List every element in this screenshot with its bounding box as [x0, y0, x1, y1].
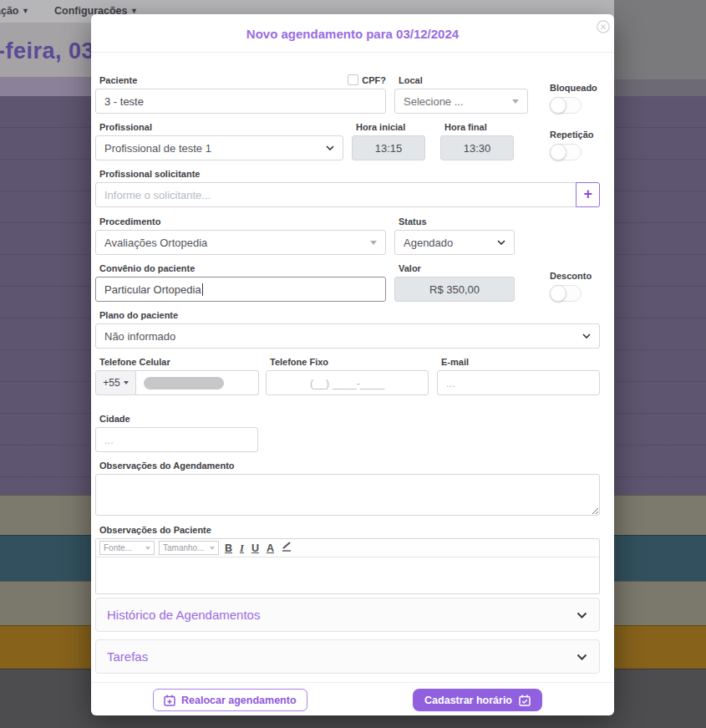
bloqueado-toggle[interactable] [550, 97, 582, 114]
backdrop-right-header [614, 0, 706, 79]
paciente-label: Paciente [95, 75, 137, 85]
profissional-select[interactable]: Profissional de teste 1 [95, 135, 343, 160]
hora-final-input: 13:30 [440, 135, 514, 160]
plano-label: Plano do paciente [95, 310, 600, 320]
status-select[interactable]: Agendado [394, 230, 515, 255]
new-appointment-modal: Novo agendamento para 03/12/2024 Pacient… [91, 14, 614, 715]
font-size-select[interactable]: Tamanho... [159, 541, 219, 555]
cadastrar-horario-button[interactable]: Cadastrar horário [413, 689, 542, 711]
italic-button[interactable]: I [238, 541, 246, 556]
obs-paciente-label: Observações do Paciente [95, 525, 600, 535]
bloqueado-label: Bloqueado [545, 83, 597, 93]
text-caret [202, 283, 203, 296]
email-input[interactable] [437, 370, 600, 395]
hora-inicial-label: Hora inicial [352, 122, 425, 132]
caret-down-icon: ▼ [22, 7, 29, 15]
modal-footer: Realocar agendamento Cadastrar horário [91, 682, 614, 711]
modal-title: Novo agendamento para 03/12/2024 [246, 25, 459, 41]
procedimento-select[interactable]: Avaliações Ortopedia [95, 230, 386, 255]
cidade-label: Cidade [95, 414, 258, 424]
select-caret-icon [512, 99, 519, 104]
chevron-down-icon [576, 654, 587, 660]
desconto-toggle[interactable] [550, 285, 582, 302]
obs-paciente-editarea[interactable] [96, 557, 599, 593]
modal-header: Novo agendamento para 03/12/2024 [91, 14, 614, 53]
realocar-agendamento-button[interactable]: Realocar agendamento [153, 689, 307, 711]
cpf-checkbox[interactable] [348, 74, 358, 85]
telefone-fixo-label: Telefone Fixo [266, 357, 429, 367]
tarefas-panel[interactable]: Tarefas [95, 639, 600, 674]
calendar-check-icon [519, 695, 531, 706]
toggle-knob [550, 97, 566, 114]
chevron-down-icon [576, 612, 587, 619]
historico-agendamentos-panel[interactable]: Histórico de Agendamentos [95, 598, 600, 632]
valor-input: R$ 350,00 [394, 277, 515, 302]
status-label: Status [394, 216, 515, 227]
convenio-input[interactable]: Particular Ortopedia [95, 277, 386, 302]
telefone-fixo-input[interactable] [266, 370, 429, 395]
backdrop-right-subheader [614, 79, 706, 96]
solicitante-label: Profissional solicitante [95, 169, 600, 179]
profissional-label: Profissional [95, 122, 343, 132]
menu-item-acao[interactable]: ação ▼ [0, 5, 29, 17]
caret-down-icon [210, 547, 215, 550]
desconto-label: Desconto [545, 271, 592, 281]
repeticao-toggle[interactable] [550, 144, 582, 160]
highlight-pen-icon[interactable] [280, 541, 293, 556]
redacted-phone-value [144, 377, 224, 389]
toggle-knob [550, 285, 566, 302]
modal-body: Paciente CPF? Local Selecione ... Bloque… [91, 53, 614, 674]
chevron-down-icon [497, 240, 505, 245]
country-code-select[interactable]: +55 [95, 370, 136, 395]
hora-final-label: Hora final [440, 122, 514, 132]
underline-button[interactable]: U [250, 541, 261, 556]
caret-down-icon [145, 547, 150, 550]
local-label: Local [394, 75, 528, 85]
local-select[interactable]: Selecione ... [394, 89, 528, 114]
cpf-label: CPF? [362, 75, 386, 85]
obs-agendamento-textarea[interactable] [95, 474, 600, 516]
hora-inicial-input: 13:15 [352, 135, 425, 160]
toggle-knob [550, 144, 566, 160]
rich-text-editor: Fonte... Tamanho... B I U A [95, 538, 600, 594]
paciente-input[interactable] [95, 89, 386, 114]
procedimento-label: Procedimento [95, 216, 386, 227]
chevron-down-icon [326, 145, 334, 150]
bold-button[interactable]: B [223, 541, 234, 556]
editor-toolbar: Fonte... Tamanho... B I U A [96, 539, 599, 557]
close-icon[interactable] [596, 19, 611, 34]
repeticao-label: Repetição [545, 130, 594, 140]
cidade-input[interactable] [95, 427, 258, 452]
plano-select[interactable]: Não informado [95, 323, 600, 349]
caret-down-icon [124, 381, 129, 384]
telefone-celular-input[interactable] [136, 370, 259, 395]
calendar-plus-icon [164, 695, 175, 706]
select-caret-icon [370, 241, 377, 245]
obs-agendamento-label: Observações do Agendamento [95, 461, 600, 471]
font-family-select[interactable]: Fonte... [99, 541, 155, 555]
solicitante-input[interactable] [95, 182, 576, 207]
email-label: E-mail [437, 357, 600, 367]
add-solicitante-button[interactable]: + [576, 182, 600, 207]
telefone-celular-label: Telefone Celular [95, 357, 259, 367]
font-color-button[interactable]: A [265, 541, 276, 556]
chevron-down-icon [582, 333, 591, 339]
convenio-label: Convênio do paciente [95, 263, 386, 273]
valor-label: Valor [394, 263, 515, 273]
